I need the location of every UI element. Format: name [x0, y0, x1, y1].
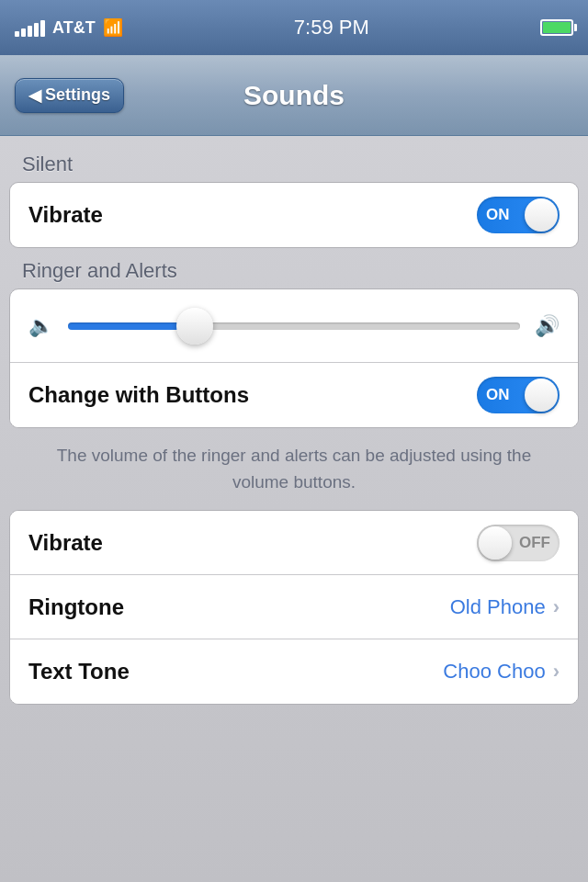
ringtone-row[interactable]: Ringtone Old Phone ›: [10, 575, 578, 639]
back-button-wrapper[interactable]: ◀ Settings: [15, 78, 124, 113]
ringer-info-text: The volume of the ringer and alerts can …: [0, 432, 588, 510]
signal-bar-3: [28, 26, 32, 37]
carrier-label: AT&T: [52, 18, 96, 38]
silent-vibrate-label: Vibrate: [28, 202, 103, 228]
status-right: [540, 19, 573, 36]
ringtone-arrow-icon: ›: [553, 595, 560, 619]
volume-slider-thumb[interactable]: [176, 308, 213, 345]
more-settings-card: Vibrate OFF Ringtone Old Phone › Text To…: [9, 510, 579, 705]
silent-vibrate-toggle-thumb: [525, 198, 558, 232]
volume-low-icon: 🔈: [28, 314, 53, 338]
signal-bar-5: [40, 20, 45, 37]
status-time: 7:59 PM: [294, 16, 369, 40]
text-tone-label: Text Tone: [28, 659, 130, 684]
status-left: AT&T 📶: [15, 17, 123, 38]
silent-vibrate-toggle[interactable]: ON: [477, 197, 560, 233]
more-vibrate-toggle-label: OFF: [519, 534, 550, 552]
silent-vibrate-row: Vibrate ON: [10, 183, 578, 247]
more-vibrate-toggle[interactable]: OFF: [477, 525, 560, 561]
more-vibrate-toggle-thumb: [479, 526, 512, 560]
ringtone-value: Old Phone: [450, 595, 546, 619]
more-vibrate-row: Vibrate OFF: [10, 511, 578, 575]
ringer-card: 🔈 🔊 Change with Buttons ON: [9, 288, 579, 428]
text-tone-value-wrapper: Choo Choo ›: [443, 660, 560, 684]
nav-bar: ◀ Settings Sounds: [0, 55, 588, 136]
volume-high-icon: 🔊: [535, 314, 560, 338]
signal-bar-4: [34, 23, 39, 37]
silent-vibrate-toggle-label: ON: [486, 206, 510, 224]
silent-card: Vibrate ON: [9, 182, 579, 248]
back-button[interactable]: ◀ Settings: [15, 78, 124, 113]
volume-slider[interactable]: [68, 322, 520, 330]
change-with-buttons-toggle[interactable]: ON: [477, 377, 560, 413]
ringtone-value-wrapper: Old Phone ›: [450, 595, 560, 619]
ringer-section-header: Ringer and Alerts: [0, 252, 588, 288]
battery-icon: [540, 19, 573, 36]
volume-slider-row: 🔈 🔊: [10, 289, 578, 363]
change-with-buttons-row: Change with Buttons ON: [10, 363, 578, 427]
nav-title: Sounds: [243, 80, 345, 111]
ringtone-label: Ringtone: [28, 594, 124, 620]
text-tone-arrow-icon: ›: [553, 660, 560, 684]
change-with-buttons-toggle-thumb: [525, 379, 558, 412]
signal-bars-icon: [15, 18, 45, 37]
change-with-buttons-label: Change with Buttons: [28, 382, 249, 408]
back-arrow-icon: ◀: [28, 85, 41, 106]
status-bar: AT&T 📶 7:59 PM: [0, 0, 588, 55]
more-vibrate-label: Vibrate: [28, 530, 103, 556]
text-tone-value: Choo Choo: [443, 660, 545, 684]
battery-fill: [543, 22, 571, 33]
silent-section-header: Silent: [0, 145, 588, 182]
content-area: Silent Vibrate ON Ringer and Alerts 🔈 🔊 …: [0, 136, 588, 882]
signal-bar-1: [15, 31, 19, 37]
change-with-buttons-toggle-label: ON: [486, 386, 510, 404]
wifi-icon: 📶: [103, 17, 123, 38]
text-tone-row[interactable]: Text Tone Choo Choo ›: [10, 639, 578, 704]
signal-bar-2: [21, 28, 26, 37]
back-button-label: Settings: [45, 85, 110, 105]
